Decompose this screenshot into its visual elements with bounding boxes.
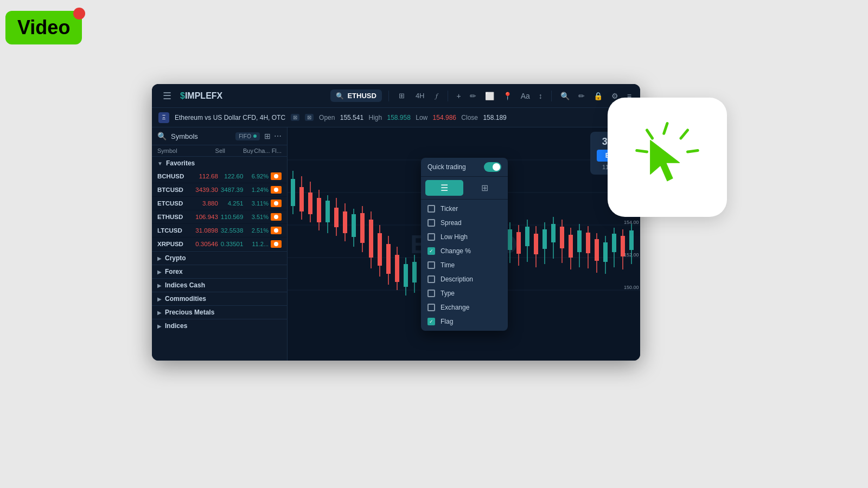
dropdown-item-time[interactable]: Time — [421, 258, 508, 272]
sym-name: XRPUSD — [157, 241, 193, 247]
section-label: Crypto — [165, 254, 186, 262]
grid-view-btn2[interactable]: ⊞ — [465, 180, 503, 196]
checkbox-spread[interactable] — [427, 219, 435, 227]
section-arrow: ▶ — [157, 255, 162, 261]
sym-buy: 3487.39 — [218, 187, 244, 193]
favorites-section[interactable]: ▼ Favorites — [152, 157, 287, 170]
list-view-btn[interactable]: ☰ — [425, 180, 463, 196]
timeframe-btn[interactable]: 4H — [412, 89, 428, 102]
search-icon: 🔍 — [336, 92, 344, 100]
sym-name: LTCUSD — [157, 227, 193, 234]
quick-trading-toggle[interactable] — [484, 162, 501, 172]
column-headers: Symbol Sell Buy Cha... Fl... — [152, 145, 287, 157]
item-label-description: Description — [441, 275, 473, 283]
text-icon[interactable]: Aa — [519, 89, 532, 102]
chart-area: ETHUSD — [288, 127, 640, 361]
section-label: Indices Cash — [165, 281, 205, 289]
panel-search-icon[interactable]: 🔍 — [157, 132, 167, 140]
dropdown-item-spread[interactable]: Spread — [421, 216, 508, 230]
col-change: Cha... Fl... — [253, 147, 282, 154]
dropdown-item-change_pct[interactable]: Change % — [421, 244, 508, 258]
fifo-badge: FIFO — [235, 132, 260, 140]
svg-text:150.00: 150.00 — [624, 285, 639, 290]
checkbox-type[interactable] — [427, 290, 435, 297]
dropdown-item-ticker[interactable]: Ticker — [421, 202, 508, 216]
lock-icon[interactable]: 🔒 — [591, 89, 605, 102]
svg-rect-12 — [291, 179, 295, 206]
measure-icon[interactable]: ↕ — [537, 89, 545, 102]
sym-flag — [271, 227, 282, 234]
svg-line-1 — [681, 130, 688, 138]
svg-rect-78 — [577, 230, 582, 252]
indicators-btn[interactable]: 𝑓 — [432, 89, 441, 102]
symbol-row[interactable]: BCHUSD 112.68 122.60 6.92% — [152, 170, 287, 183]
svg-line-0 — [664, 124, 667, 134]
collapsed-section[interactable]: ▶ Forex — [152, 265, 287, 278]
menu-icon[interactable]: ☰ — [158, 88, 176, 104]
svg-rect-64 — [516, 232, 521, 254]
svg-rect-74 — [560, 227, 564, 248]
checkbox-change_pct[interactable] — [427, 247, 435, 255]
svg-rect-28 — [360, 213, 365, 243]
svg-rect-20 — [326, 201, 330, 222]
dropdown-menu: Quick trading ☰ ⊞ Ticker Spread Low High… — [421, 158, 508, 331]
collapsed-section[interactable]: ▶ Indices Cash — [152, 278, 287, 292]
dropdown-item-flag[interactable]: Flag — [421, 314, 508, 329]
collapsed-section[interactable]: ▶ Crypto — [152, 251, 287, 265]
col-sell: Sell — [197, 147, 225, 154]
sym-sell: 106.943 — [193, 214, 218, 220]
symbol-row[interactable]: XRPUSD 0.30546 0.33501 11.2... — [152, 237, 287, 251]
item-label-time: Time — [441, 261, 455, 269]
symbol-row[interactable]: ETCUSD 3.880 4.251 3.11% — [152, 197, 287, 210]
section-arrow: ▶ — [157, 323, 162, 329]
dropdown-item-low_high[interactable]: Low High — [421, 230, 508, 244]
sym-buy: 0.33501 — [218, 241, 244, 247]
checkbox-low_high[interactable] — [427, 233, 435, 241]
draw-icon[interactable]: ✏ — [468, 89, 478, 102]
svg-line-4 — [637, 151, 647, 152]
more-icon[interactable]: ⋯ — [274, 132, 282, 140]
svg-rect-22 — [334, 208, 339, 227]
crosshair-icon[interactable]: + — [455, 89, 463, 102]
collapsed-section[interactable]: ▶ Commodities — [152, 292, 287, 305]
symbol-row[interactable]: LTCUSD 31.0898 32.5538 2.51% — [152, 224, 287, 237]
svg-rect-36 — [395, 255, 399, 282]
symbol-row[interactable]: ETHUSD 106.943 110.569 3.51% — [152, 210, 287, 224]
svg-rect-90 — [629, 230, 634, 250]
cursor-icon-card — [608, 98, 727, 217]
section-label: Indices — [165, 322, 187, 330]
content-area: 🔍 Symbols FIFO ⊞ ⋯ Symbol Sell Buy Cha..… — [152, 127, 640, 361]
dropdown-item-description[interactable]: Description — [421, 272, 508, 286]
symbol-row[interactable]: BTCUSD 3439.30 3487.39 1.24% — [152, 183, 287, 197]
checkbox-description[interactable] — [427, 275, 435, 283]
checkbox-exchange[interactable] — [427, 304, 435, 311]
dropdown-item-type[interactable]: Type — [421, 286, 508, 300]
section-label: Precious Metals — [165, 309, 214, 316]
svg-text:154.00: 154.00 — [624, 220, 639, 225]
collapsed-section[interactable]: ▶ Indices — [152, 319, 287, 332]
sym-change: 11.2... — [243, 241, 269, 247]
quick-trading-label: Quick trading — [427, 163, 480, 171]
checkbox-ticker[interactable] — [427, 205, 435, 213]
sym-sell: 3439.30 — [193, 187, 218, 193]
chart-title: Ethereum vs US Dollar CFD, 4H, OTC — [175, 114, 285, 121]
rect-icon[interactable]: ⬜ — [483, 89, 496, 102]
svg-rect-14 — [299, 187, 304, 211]
ohlc-data: Open 155.541 High 158.958 Low 154.986 Cl… — [319, 114, 510, 121]
checkbox-flag[interactable] — [427, 318, 435, 325]
collapsed-section[interactable]: ▶ Precious Metals — [152, 305, 287, 319]
edit2-icon[interactable]: ✏ — [576, 89, 587, 102]
grid-btn[interactable]: ⊞ — [395, 89, 408, 102]
item-label-ticker: Ticker — [441, 205, 458, 213]
zoom-icon[interactable]: 🔍 — [558, 89, 572, 102]
pin-icon[interactable]: 📍 — [501, 89, 514, 102]
grid-view-icon[interactable]: ⊞ — [264, 132, 271, 140]
chart-header: Ξ Ethereum vs US Dollar CFD, 4H, OTC ⊠ ⊠… — [152, 108, 640, 127]
symbols-title: Symbols — [171, 132, 231, 140]
chart-mode-badge: ⊠ — [305, 114, 314, 121]
symbol-search[interactable]: 🔍 ETHUSD — [330, 89, 381, 102]
dropdown-item-exchange[interactable]: Exchange — [421, 300, 508, 314]
sym-flag — [271, 213, 282, 221]
checkbox-time[interactable] — [427, 261, 435, 269]
svg-marker-5 — [650, 140, 680, 181]
